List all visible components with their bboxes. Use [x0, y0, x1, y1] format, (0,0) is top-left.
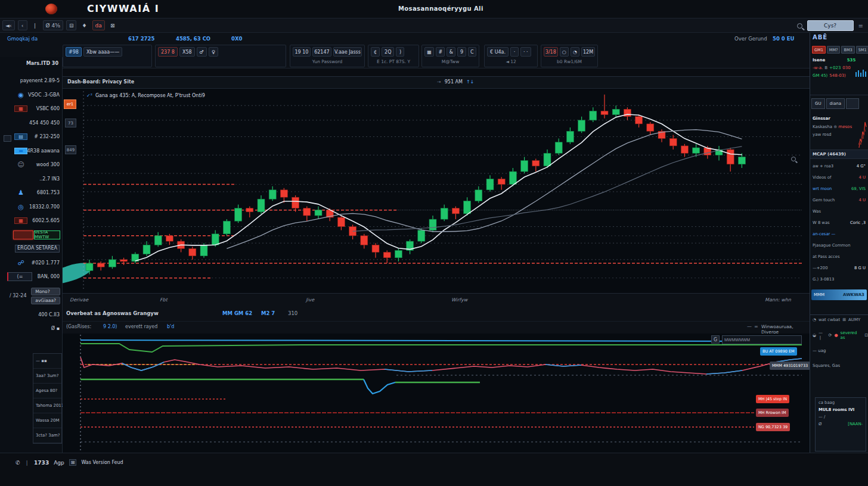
watch-row-2[interactable]: GM 45)548-03): [813, 73, 848, 78]
menu-icon[interactable]: ≡: [858, 23, 863, 29]
mcap-row[interactable]: aw + roa34 G°: [810, 160, 868, 172]
timeframe-button[interactable]: GM1: [812, 46, 826, 54]
nav-button[interactable]: Ø 4⅝: [43, 20, 63, 30]
candlestick-chart-canvas[interactable]: ✓² Gana ags 435: A, Recompose At, P'trus…: [63, 89, 810, 293]
watchlist-row[interactable]: Tahoma 2017: [33, 398, 61, 413]
nav-button[interactable]: ♦: [79, 20, 89, 30]
toolbar-button[interactable]: 2Q: [382, 47, 394, 57]
g-button[interactable]: G: [711, 335, 720, 344]
toolbar-button[interactable]: #98: [66, 47, 82, 57]
sidebar-item[interactable]: ◎18332.0.700: [0, 200, 63, 214]
mcap-row[interactable]: W 8 wasCoric ,3: [810, 217, 868, 228]
bottom-panel-icon[interactable]: ●: [834, 333, 838, 338]
indicator-input[interactable]: [722, 335, 802, 344]
toolbar-button[interactable]: ▦: [424, 47, 434, 57]
indicator-chart-canvas[interactable]: G BU AT 09890 EMMMM 4931019733MH |45 ste…: [63, 334, 810, 453]
nav-button[interactable]: da: [92, 20, 105, 30]
toolbar-button[interactable]: ): [396, 47, 404, 57]
toolbar-button[interactable]: 62147: [312, 47, 331, 57]
toolbar-button[interactable]: 237 8: [158, 47, 178, 57]
sidebar-item[interactable]: ▦6002.5.605: [0, 214, 63, 228]
indicator-badge[interactable]: MH |45 step IN: [756, 395, 789, 403]
toolbar-button[interactable]: ♂: [197, 47, 207, 57]
watchlist-row[interactable]: — ▪▪: [33, 354, 61, 369]
watchlist-row[interactable]: 3aa? 3um?: [33, 369, 61, 384]
sidebar-item[interactable]: ▬4R38 aawana: [0, 144, 63, 158]
toolbar-button[interactable]: &: [447, 47, 455, 57]
toolbar-button[interactable]: ·: [510, 47, 519, 57]
sidebar-item[interactable]: ♟6801.753: [0, 186, 63, 200]
sidebar-item[interactable]: ☍#020 1.777: [0, 256, 63, 270]
toolbar-button[interactable]: 12M: [581, 47, 595, 57]
sidebar-item[interactable]: Ø ▪: [0, 322, 63, 336]
sidebar-item[interactable]: 400 C.II3: [0, 308, 63, 322]
timeframe-button[interactable]: BM3: [841, 46, 854, 54]
layout-dropdown[interactable]: Cys?: [807, 20, 854, 31]
sidebar-stack-button[interactable]: avGiaaa?: [31, 297, 60, 304]
toolbar-button[interactable]: #: [436, 47, 445, 57]
bottom-panel-icon[interactable]: ◒: [813, 333, 816, 338]
watch-row-1[interactable]: -w-a.B+023030: [813, 66, 852, 70]
sidebar-item[interactable]: ✎ERGOA SETAREA: [0, 242, 63, 256]
sidebar-item[interactable]: 454 450 450: [0, 116, 63, 130]
mcap-row[interactable]: Videos of4 U: [810, 172, 868, 183]
mcap-row[interactable]: Was: [810, 205, 868, 217]
timeframe-button[interactable]: MM?: [827, 46, 841, 54]
alert-button[interactable]: [13, 230, 33, 239]
mcap-row[interactable]: Gem touch4 U: [810, 194, 868, 205]
sidebar-item[interactable]: ◉VSOC .3-GBA: [0, 88, 63, 102]
watchlist-row[interactable]: Wassa 20M: [33, 413, 61, 428]
bottom-panel-icon[interactable]: —❘: [819, 331, 826, 340]
mcap-row[interactable]: G.) 3-0813: [810, 273, 868, 285]
sidebar-item[interactable]: ▦VSBC 600: [0, 102, 63, 116]
toolbar-button[interactable]: ¢: [371, 47, 380, 57]
nav-button[interactable]: ⊠: [108, 20, 117, 30]
updown-arrows-icon[interactable]: ↑↓: [466, 79, 474, 85]
nav-button[interactable]: ‹: [18, 20, 27, 30]
indicator-badge[interactable]: NG 90,7323 39: [756, 423, 790, 431]
mcap-row[interactable]: —+2008 G U: [810, 262, 868, 273]
plus-circle-icon[interactable]: ⊕: [833, 124, 837, 129]
indicator-badge[interactable]: MMM 4931019733: [770, 362, 810, 370]
toolbar-button[interactable]: C: [468, 47, 476, 57]
toolbar-button[interactable]: Xbw aaaa——: [83, 47, 122, 57]
timeframe-button[interactable]: 5M1: [856, 46, 868, 54]
sidebar-item[interactable]: ▤# 232-250: [0, 130, 63, 144]
sidebar-item[interactable]: payenent 2.89-5: [0, 74, 63, 88]
minimize-icon[interactable]: —: [747, 324, 752, 329]
mcap-row[interactable]: wrt moon69, VIS: [810, 183, 868, 194]
mcap-row[interactable]: Pjasague Common: [810, 239, 868, 251]
watchlist-row[interactable]: Agesa 80?: [33, 384, 61, 398]
toolbar-button[interactable]: X58: [179, 47, 195, 57]
sidebar-item[interactable]: (=BAN, 000: [0, 270, 63, 284]
toolbar-button[interactable]: V.aae Jasss: [333, 47, 362, 57]
sidebar-item[interactable]: ..2.7 IN3: [0, 172, 63, 186]
sidebar-item[interactable]: VESTA MWTW: [0, 228, 63, 242]
toolbar-button[interactable]: € U4a.: [487, 47, 509, 57]
mcap-row[interactable]: at Pass acces: [810, 251, 868, 262]
mcap-row[interactable]: an-cesar —: [810, 228, 868, 239]
sidebar-item[interactable]: / 32-24Mono?avGiaaa?: [0, 284, 63, 308]
menu-lines-icon[interactable]: ≡: [754, 324, 758, 329]
footer-blue-bar[interactable]: MMM AWKWA3: [811, 289, 867, 300]
watchlist-row[interactable]: 3cta? 3am?: [33, 428, 61, 443]
sidebar-mini-button[interactable]: (=: [7, 272, 32, 281]
toolbar-button[interactable]: ♀: [209, 47, 218, 57]
right-panel-tab[interactable]: [846, 98, 859, 109]
sidebar-stack-button[interactable]: Mono?: [31, 288, 60, 295]
zoom-icon[interactable]: [791, 157, 796, 161]
toolbar-button[interactable]: 19 10: [293, 47, 311, 57]
right-panel-tab[interactable]: diana: [826, 98, 845, 109]
toolbar-button[interactable]: 3/18: [544, 47, 558, 57]
bottom-panel-icon[interactable]: ⊡: [864, 333, 868, 338]
bottom-panel-icon[interactable]: ⟳: [829, 333, 832, 338]
nav-button[interactable]: ◄‹: [2, 20, 15, 30]
toolbar-button[interactable]: ○: [560, 47, 569, 57]
toolbar-button[interactable]: ◔: [571, 47, 579, 57]
indicator-badge[interactable]: BU AT 09890 EM: [760, 347, 797, 356]
toolbar-button[interactable]: 9: [457, 47, 466, 57]
sidebar-item[interactable]: ☺wood 300: [0, 158, 63, 172]
indicator-badge[interactable]: MH Rrowon IM: [756, 409, 789, 417]
toolbar-button[interactable]: · ·: [520, 47, 531, 57]
vesta-button[interactable]: VESTA MWTW: [34, 230, 60, 239]
